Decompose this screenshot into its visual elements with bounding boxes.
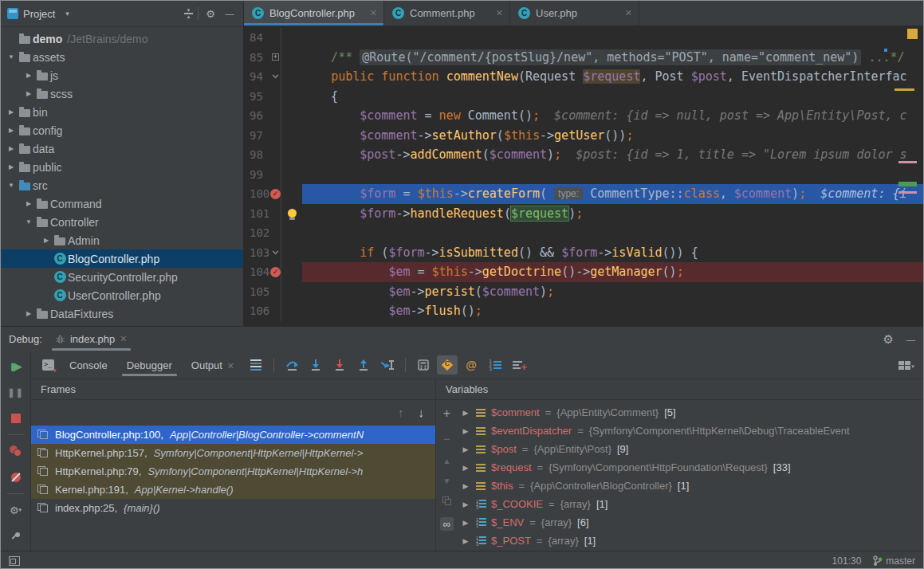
gear-icon[interactable]: ⚙ <box>203 6 218 21</box>
tree-item-controller[interactable]: ▼Controller <box>1 213 243 231</box>
move-down-icon[interactable]: ▼ <box>443 477 451 485</box>
frame-down-icon[interactable]: ↓ <box>419 406 425 419</box>
php-console-icon[interactable]: C <box>437 355 458 375</box>
gear-icon[interactable]: ⚙ <box>883 332 894 347</box>
variable-row[interactable]: ▶$comment={App\Entity\Comment}[5] <box>458 403 923 422</box>
run-to-cursor-icon[interactable] <box>377 355 398 375</box>
collapsed-icon[interactable]: ▶ <box>23 72 34 79</box>
fold-collapse-icon[interactable] <box>273 248 279 254</box>
expand-arrow-icon[interactable]: ▶ <box>461 409 470 417</box>
variable-row[interactable]: ▶123$_POST={array}[1] <box>458 532 923 550</box>
scrollbar-mark-pink-1[interactable] <box>898 161 917 163</box>
expanded-icon[interactable]: ▼ <box>6 182 17 189</box>
collapsed-icon[interactable]: ▶ <box>23 200 34 207</box>
tree-item-admin[interactable]: ▶Admin <box>1 231 243 249</box>
scrollbar-mark-yellow[interactable] <box>895 88 914 91</box>
collapse-all-icon[interactable]: ▼▲ <box>184 9 193 18</box>
remove-watch-icon[interactable]: − <box>443 432 450 445</box>
frame-row[interactable]: HttpKernel.php:79, Symfony|Component|Htt… <box>31 462 435 481</box>
breakpoint-icon[interactable]: ✓ <box>270 189 281 199</box>
variable-row[interactable]: ▶$request={Symfony\Component\HttpFoundat… <box>458 458 923 477</box>
tree-item-usercontroller-php[interactable]: CUserController.php <box>1 286 243 304</box>
frame-row[interactable]: index.php:25, {main}() <box>31 499 435 517</box>
debug-session-tab[interactable]: index.php ✕ <box>50 327 132 351</box>
intention-bulb-icon[interactable] <box>288 209 297 218</box>
tree-item-assets[interactable]: ▼assets <box>1 48 243 66</box>
tree-item-js[interactable]: ▶js <box>1 66 243 84</box>
mute-breakpoints-icon[interactable] <box>8 469 24 485</box>
resume-program-icon[interactable]: ▮▶ <box>8 358 24 374</box>
tab-output[interactable]: Output✕ <box>183 356 242 375</box>
evaluate-inline-icon[interactable]: ∞ <box>440 517 454 531</box>
tree-item-datafixtures[interactable]: ▶DataFixtures <box>1 304 243 323</box>
variable-row[interactable]: ▶$post={App\Entity\Post}[9] <box>458 440 923 458</box>
tree-item-config[interactable]: ▶config <box>1 121 243 139</box>
pause-program-icon[interactable]: ❚❚ <box>8 384 24 400</box>
close-icon[interactable]: ✕ <box>625 8 632 18</box>
expanded-icon[interactable]: ▼ <box>23 218 34 226</box>
inspection-status-marker[interactable] <box>907 29 918 39</box>
stop-icon[interactable] <box>8 410 24 426</box>
close-icon[interactable]: ✕ <box>227 361 234 371</box>
settings-gear-icon[interactable]: ⚙▾ <box>8 502 24 518</box>
collapsed-icon[interactable]: ▶ <box>41 237 52 244</box>
tree-item-scss[interactable]: ▶scss <box>1 84 243 103</box>
add-watch-plus-icon[interactable]: + <box>443 406 450 421</box>
collapsed-icon[interactable]: ▶ <box>6 127 17 134</box>
step-over-icon[interactable] <box>281 355 302 375</box>
view-breakpoints-icon[interactable] <box>8 443 24 459</box>
numbered-list-icon[interactable]: 123 <box>485 355 505 375</box>
tree-item-securitycontroller-php[interactable]: CSecurityController.php <box>1 268 243 286</box>
chevron-down-icon[interactable]: ▾ <box>60 6 74 21</box>
collapsed-icon[interactable]: ▶ <box>6 163 17 171</box>
tab-debugger[interactable]: Debugger <box>119 356 180 375</box>
mailer-icon[interactable]: @ <box>461 355 482 375</box>
variable-row[interactable]: ▶$eventDispatcher={Symfony\Component\Htt… <box>458 422 923 440</box>
scrollbar-mark-blue[interactable] <box>884 49 887 52</box>
variable-row[interactable]: ▶$this={App\Controller\BlogController}[1… <box>458 477 923 495</box>
tab-console[interactable]: Console <box>61 356 116 375</box>
fold-collapse-icon[interactable] <box>273 73 279 79</box>
layout-settings-icon[interactable]: ▾ <box>896 355 917 375</box>
expand-arrow-icon[interactable]: ▶ <box>461 537 470 545</box>
code-area[interactable]: 8485+ /** @Route("/comment/{postSlug}/ne… <box>244 26 923 326</box>
expanded-icon[interactable]: ▼ <box>6 53 17 61</box>
scrollbar-mark-green[interactable] <box>898 182 917 186</box>
pin-tab-icon[interactable] <box>8 528 24 544</box>
toolwindow-toggle-icon[interactable] <box>9 556 20 566</box>
show-execution-point-icon[interactable] <box>246 355 266 375</box>
breakpoint-icon[interactable]: ✓ <box>270 267 281 277</box>
evaluate-expression-icon[interactable] <box>413 355 434 375</box>
tree-item-src[interactable]: ▼src <box>1 176 243 194</box>
expand-arrow-icon[interactable]: ▶ <box>461 445 470 453</box>
expand-arrow-icon[interactable]: ▶ <box>461 464 470 472</box>
collapsed-icon[interactable]: ▶ <box>23 310 34 317</box>
scrollbar-mark-pink-2[interactable] <box>898 191 917 194</box>
tree-item-command[interactable]: ▶Command <box>1 194 243 213</box>
add-watch-icon[interactable]: + <box>509 355 529 375</box>
variable-row[interactable]: ▶123$_COOKIE={array}[1] <box>458 495 923 513</box>
editor-tab-user-php[interactable]: CUser.php✕ <box>510 1 639 26</box>
close-icon[interactable]: ✕ <box>120 334 127 344</box>
move-up-icon[interactable]: ▲ <box>443 457 451 465</box>
hide-panel-icon[interactable]: — <box>222 6 237 21</box>
collapsed-icon[interactable]: ▶ <box>6 108 17 116</box>
editor-tab-comment-php[interactable]: CComment.php✕ <box>384 1 510 26</box>
frame-row[interactable]: HttpKernel.php:157, Symfony|Component|Ht… <box>31 444 435 462</box>
hide-panel-icon[interactable]: — <box>906 335 915 344</box>
caret-position[interactable]: 101:30 <box>832 555 862 567</box>
collapsed-icon[interactable]: ▶ <box>23 90 34 97</box>
tree-item-blogcontroller-php[interactable]: CBlogController.php <box>1 249 243 268</box>
step-into-icon[interactable] <box>305 355 326 375</box>
frame-row[interactable]: BlogController.php:100, App|Controller|B… <box>31 426 435 444</box>
expand-arrow-icon[interactable]: ▶ <box>461 519 470 527</box>
variable-row[interactable]: ▶123$_ENV={array}[6] <box>458 513 923 532</box>
tree-item-data[interactable]: ▶data <box>1 139 243 158</box>
tree-item-bin[interactable]: ▶bin <box>1 103 243 121</box>
editor-tab-blogcontroller-php[interactable]: CBlogController.php✕ <box>244 1 384 26</box>
git-branch-widget[interactable]: master <box>872 555 915 567</box>
step-out-icon[interactable] <box>353 355 374 375</box>
close-icon[interactable]: ✕ <box>496 8 503 18</box>
collapsed-icon[interactable]: ▶ <box>6 145 17 152</box>
frame-up-icon[interactable]: ↑ <box>398 406 404 419</box>
